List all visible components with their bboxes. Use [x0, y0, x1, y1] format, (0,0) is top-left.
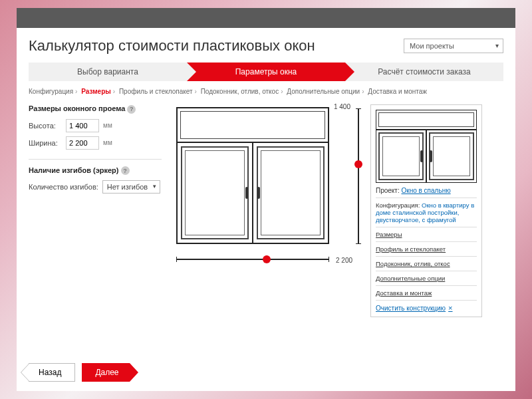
- close-icon: ×: [448, 304, 452, 312]
- page-title: Калькулятор стоимости пластиковых окон: [29, 37, 315, 55]
- bends-count-label: Количество изгибов:: [29, 183, 98, 191]
- step-params[interactable]: Параметры окна: [187, 63, 345, 81]
- height-label: Высота:: [29, 122, 62, 130]
- calculator-panel: Калькулятор стоимости пластиковых окон М…: [17, 28, 515, 391]
- crumb-profile[interactable]: Профиль и стеклопакет: [119, 88, 193, 95]
- height-unit: мм: [103, 122, 112, 129]
- side-delivery[interactable]: Доставка и монтаж: [376, 289, 432, 297]
- browser-chrome: [17, 8, 515, 28]
- height-slider[interactable]: [358, 108, 359, 244]
- side-sill[interactable]: Подоконник, отлив, откос: [376, 260, 450, 267]
- help-icon[interactable]: ?: [127, 105, 136, 114]
- width-unit: мм: [103, 139, 112, 146]
- slider-thumb[interactable]: [354, 160, 362, 168]
- slider-thumb[interactable]: [263, 255, 271, 263]
- project-name-row: Проект: Окно в спальню: [376, 187, 477, 194]
- crumb-config[interactable]: Конфигурация: [29, 88, 73, 95]
- crumb-sizes[interactable]: Размеры: [81, 88, 111, 95]
- step-choice[interactable]: Выбор варианта: [29, 63, 187, 81]
- projects-dropdown[interactable]: Мои проекты: [404, 39, 503, 53]
- side-options[interactable]: Дополнительные опции: [376, 275, 445, 282]
- window-drawing: [176, 107, 329, 244]
- drawing-column: 1 400 2 200: [170, 104, 362, 284]
- side-sizes[interactable]: Размеры: [376, 231, 402, 238]
- back-button[interactable]: Назад: [29, 363, 75, 382]
- breadcrumb: Конфигурация› Размеры› Профиль и стеклоп…: [29, 88, 503, 95]
- bends-title: Наличие изгибов (эркер)?: [29, 166, 162, 176]
- clear-construction[interactable]: Очистить конструкцию×: [376, 300, 477, 312]
- project-name-link[interactable]: Окно в спальню: [402, 187, 451, 194]
- crumb-options[interactable]: Дополнительные опции: [287, 88, 360, 95]
- height-input[interactable]: [66, 119, 99, 132]
- opening-title: Размеры оконного проема?: [29, 104, 162, 114]
- dimension-width: 2 200: [336, 257, 352, 264]
- help-icon[interactable]: ?: [121, 166, 130, 175]
- crumb-delivery[interactable]: Доставка и монтаж: [368, 88, 427, 95]
- width-label: Ширина:: [29, 139, 62, 147]
- step-cost[interactable]: Расчёт стоимости заказа: [345, 63, 503, 81]
- width-slider[interactable]: [176, 259, 329, 260]
- side-profile[interactable]: Профиль и стеклопакет: [376, 245, 446, 253]
- width-input[interactable]: [66, 136, 99, 150]
- next-button[interactable]: Далее: [82, 363, 129, 382]
- dimension-height: 1 400: [334, 103, 350, 110]
- handle-icon: [245, 187, 248, 199]
- bends-select[interactable]: Нет изгибов: [102, 180, 160, 194]
- handle-icon: [257, 187, 260, 199]
- params-column: Размеры оконного проема? Высота: мм Шири…: [29, 104, 162, 317]
- wizard-steps: Выбор варианта Параметры окна Расчёт сто…: [29, 63, 503, 81]
- window-preview: [376, 110, 477, 183]
- project-sidebar: Проект: Окно в спальню Конфигурация: Окн…: [370, 104, 482, 317]
- crumb-sill[interactable]: Подоконник, отлив, откос: [201, 88, 279, 95]
